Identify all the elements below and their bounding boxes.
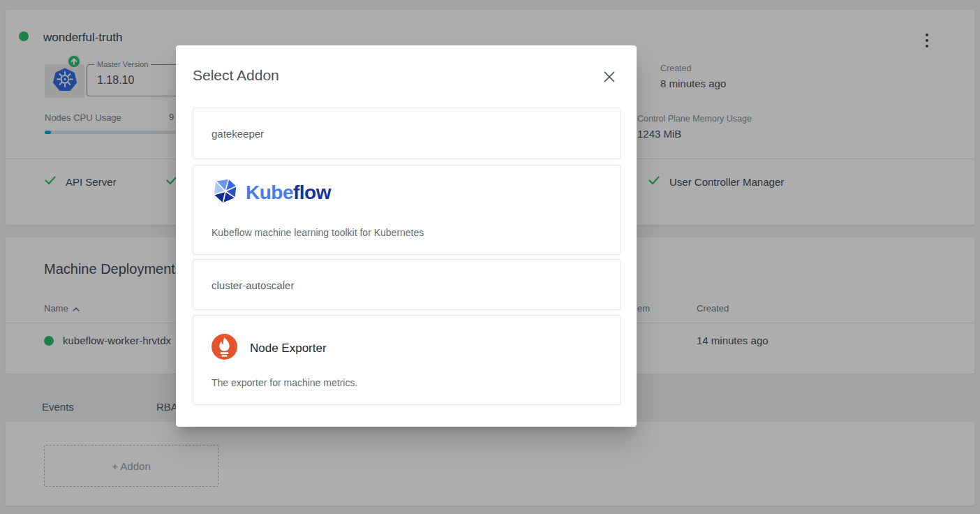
addon-option-gatekeeper[interactable]: gatekeeper <box>193 108 621 159</box>
kubeflow-icon <box>211 177 239 208</box>
dialog-title: Select Addon <box>193 67 279 84</box>
prometheus-icon <box>211 334 237 362</box>
close-button[interactable] <box>602 69 617 85</box>
addon-description: Kubeflow machine learning toolkit for Ku… <box>211 227 424 238</box>
kubeflow-wordmark: Kubeflow <box>246 182 331 204</box>
addon-name: Node Exporter <box>250 342 327 355</box>
addon-name: cluster-autoscaler <box>211 279 294 291</box>
addon-name: gatekeeper <box>211 128 264 140</box>
addon-option-kubeflow[interactable]: Kubeflow Kubeflow machine learning toolk… <box>193 165 621 255</box>
addon-description: The exporter for machine metrics. <box>211 377 357 388</box>
select-addon-dialog: Select Addon gatekeeper <box>176 45 637 427</box>
addon-option-cluster-autoscaler[interactable]: cluster-autoscaler <box>193 259 621 310</box>
addon-option-node-exporter[interactable]: Node Exporter The exporter for machine m… <box>193 315 621 405</box>
kubeflow-logo: Kubeflow <box>211 177 331 208</box>
close-icon <box>603 75 616 85</box>
